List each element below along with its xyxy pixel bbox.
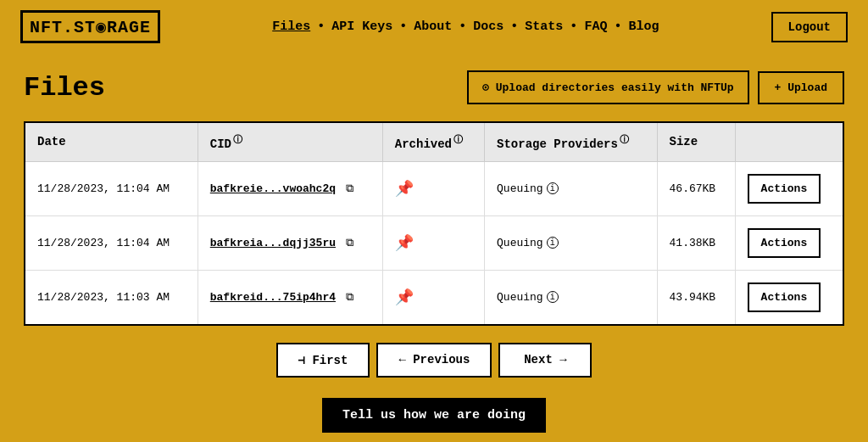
- cell-storage-1: Queuing i: [485, 215, 658, 270]
- nftup-button[interactable]: ⊙ Upload directories easily with NFTUp: [467, 70, 748, 104]
- queuing-info-icon-1[interactable]: i: [547, 237, 559, 249]
- col-storage: Storage Providersⓘ: [485, 122, 658, 161]
- col-size: Size: [657, 122, 735, 161]
- files-table: Date CIDⓘ Archivedⓘ Storage Providersⓘ S…: [24, 121, 844, 326]
- queuing-container-0: Queuing i: [497, 182, 645, 195]
- main-content: Files ⊙ Upload directories easily with N…: [0, 53, 868, 442]
- table-header-row: Date CIDⓘ Archivedⓘ Storage Providersⓘ S…: [25, 122, 843, 161]
- page-header: Files ⊙ Upload directories easily with N…: [24, 70, 844, 104]
- pin-icon-0: 📌: [395, 181, 414, 198]
- cell-date-0: 11/28/2023, 11:04 AM: [25, 161, 198, 215]
- table-row: 11/28/2023, 11:04 AM bafkreie...vwoahc2q…: [25, 161, 843, 215]
- nav-apikeys[interactable]: API Keys: [326, 20, 398, 34]
- header-actions: ⊙ Upload directories easily with NFTUp +…: [467, 70, 844, 104]
- previous-button[interactable]: ← Previous: [376, 343, 492, 378]
- col-cid: CIDⓘ: [198, 122, 382, 161]
- queuing-info-icon-2[interactable]: i: [547, 291, 559, 303]
- nav-sep-4: •: [509, 20, 520, 34]
- actions-button-2[interactable]: Actions: [748, 283, 821, 312]
- logout-button[interactable]: Logout: [771, 12, 848, 42]
- cell-archived-0: 📌: [382, 161, 484, 215]
- queuing-container-2: Queuing i: [497, 291, 645, 304]
- cell-storage-2: Queuing i: [485, 270, 658, 325]
- cell-cid-2: bafkreid...75ip4hr4 ⧉: [198, 270, 382, 325]
- feedback-button[interactable]: Tell us how we are doing: [322, 398, 546, 433]
- next-button[interactable]: Next →: [498, 343, 592, 378]
- cid-link-2[interactable]: bafkreid...75ip4hr4: [210, 291, 336, 304]
- actions-button-0[interactable]: Actions: [748, 174, 821, 204]
- copy-icon-2[interactable]: ⧉: [346, 291, 353, 304]
- table-row: 11/28/2023, 11:04 AM bafkreia...dqjj35ru…: [25, 215, 843, 270]
- nav-about[interactable]: About: [409, 20, 457, 34]
- table-row: 11/28/2023, 11:03 AM bafkreid...75ip4hr4…: [25, 270, 843, 325]
- cell-action-2: Actions: [735, 270, 843, 325]
- nav-sep-6: •: [612, 20, 623, 34]
- archived-info-icon[interactable]: ⓘ: [453, 135, 463, 145]
- cell-date-2: 11/28/2023, 11:03 AM: [25, 270, 198, 325]
- cell-action-1: Actions: [735, 215, 843, 270]
- cell-archived-2: 📌: [382, 270, 484, 325]
- storage-info-icon[interactable]: ⓘ: [620, 135, 629, 145]
- queuing-container-1: Queuing i: [497, 237, 645, 249]
- site-logo: NFT.ST◉RAGE: [20, 10, 160, 43]
- copy-icon-0[interactable]: ⧉: [346, 182, 353, 195]
- cell-size-0: 46.67KB: [657, 161, 735, 215]
- cell-cid-1: bafkreia...dqjj35ru ⧉: [198, 215, 382, 270]
- pagination: ⊣ First ← Previous Next →: [24, 343, 844, 378]
- cid-link-1[interactable]: bafkreia...dqjj35ru: [210, 237, 336, 249]
- cell-archived-1: 📌: [382, 215, 484, 270]
- queuing-info-icon-0[interactable]: i: [547, 182, 559, 194]
- queuing-label-1: Queuing: [497, 237, 543, 249]
- actions-button-1[interactable]: Actions: [748, 228, 821, 258]
- nav-sep-1: •: [315, 20, 326, 34]
- cell-cid-0: bafkreie...vwoahc2q ⧉: [198, 161, 382, 215]
- upload-button[interactable]: + Upload: [758, 71, 844, 104]
- first-button[interactable]: ⊣ First: [276, 343, 370, 378]
- col-archived: Archivedⓘ: [382, 122, 484, 161]
- nav-sep-3: •: [457, 20, 468, 34]
- nav-sep-5: •: [568, 20, 579, 34]
- nav-sep-2: •: [398, 20, 409, 34]
- nav-files[interactable]: Files: [267, 20, 315, 34]
- cell-date-1: 11/28/2023, 11:04 AM: [25, 215, 198, 270]
- queuing-label-0: Queuing: [497, 182, 543, 195]
- pin-icon-2: 📌: [395, 289, 414, 306]
- cell-storage-0: Queuing i: [485, 161, 658, 215]
- page-title: Files: [24, 72, 105, 104]
- queuing-label-2: Queuing: [497, 291, 543, 304]
- feedback-section: Tell us how we are doing: [24, 398, 844, 433]
- main-nav: Files • API Keys • About • Docs • Stats …: [267, 20, 664, 34]
- cell-size-1: 41.38KB: [657, 215, 735, 270]
- pin-icon-1: 📌: [395, 235, 414, 252]
- nav-faq[interactable]: FAQ: [579, 20, 612, 34]
- cid-info-icon[interactable]: ⓘ: [233, 135, 242, 145]
- copy-icon-1[interactable]: ⧉: [346, 237, 353, 249]
- nav-docs[interactable]: Docs: [468, 20, 509, 34]
- cell-action-0: Actions: [735, 161, 843, 215]
- cid-link-0[interactable]: bafkreie...vwoahc2q: [210, 182, 336, 195]
- nav-blog[interactable]: Blog: [623, 20, 664, 34]
- nav-stats[interactable]: Stats: [520, 20, 568, 34]
- cell-size-2: 43.94KB: [657, 270, 735, 325]
- site-header: NFT.ST◉RAGE Files • API Keys • About • D…: [0, 0, 868, 53]
- col-date: Date: [25, 122, 198, 161]
- col-actions-header: [735, 122, 843, 161]
